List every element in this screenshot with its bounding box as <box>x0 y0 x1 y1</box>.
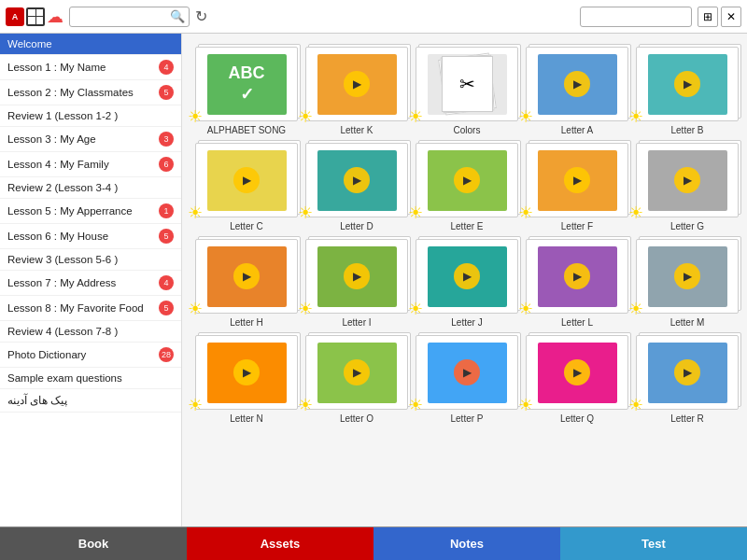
sidebar-item-8[interactable]: Lesson 6 : My House5 <box>0 224 181 249</box>
content-item[interactable]: ▶☀Letter R <box>636 335 739 424</box>
content-item[interactable]: ▶☀Letter K <box>305 47 408 135</box>
grid-view-button[interactable]: ⊞ <box>698 7 718 27</box>
thumb-container: ▶ <box>526 239 628 314</box>
sidebar-item-5[interactable]: Lesson 4 : My Family6 <box>0 152 181 177</box>
content-item[interactable]: ▶☀Letter B <box>636 47 739 135</box>
view-toggle: ⊞ ✕ <box>698 7 741 27</box>
sun-badge: ☀ <box>408 395 423 415</box>
play-icon: ▶ <box>233 167 260 193</box>
play-icon: ▶ <box>454 167 480 193</box>
content-item[interactable]: ▶☀Letter D <box>305 143 408 231</box>
sidebar-item-0[interactable]: Welcome <box>0 34 181 55</box>
sidebar-item-label: Review 2 (Lesson 3-4 ) <box>7 182 118 193</box>
main-area: WelcomeLesson 1 : My Name4Lesson 2 : My … <box>0 34 747 526</box>
play-icon: ▶ <box>564 71 590 97</box>
content-item[interactable]: ▶☀Letter P <box>416 335 518 424</box>
item-label: Letter P <box>450 413 483 424</box>
bottom-tab-test[interactable]: Test <box>560 527 747 560</box>
content-item[interactable]: ▶☀Letter I <box>305 239 408 328</box>
sidebar-badge: 5 <box>159 85 174 100</box>
sidebar-item-3[interactable]: Review 1 (Lesson 1-2 ) <box>0 105 181 127</box>
grid-icon[interactable] <box>26 7 45 26</box>
sidebar-item-14[interactable]: Sample exam questions <box>0 368 181 389</box>
content-item[interactable]: ▶☀Letter N <box>195 335 298 424</box>
content-item[interactable]: ▶☀Letter E <box>416 143 518 231</box>
bottom-tab-book[interactable]: Book <box>0 527 187 560</box>
refresh-button[interactable]: ↻ <box>195 7 207 25</box>
content-item[interactable]: ▶☀Letter O <box>305 335 408 424</box>
sun-badge: ☀ <box>298 203 313 223</box>
item-label: Letter M <box>670 317 705 328</box>
thumb-container: ▶ <box>526 47 628 121</box>
sidebar-item-9[interactable]: Review 3 (Lesson 5-6 ) <box>0 249 181 271</box>
item-label: Letter J <box>451 317 482 328</box>
content-item[interactable]: ABC✓☀ALPHABET SONG <box>195 47 298 135</box>
thumb-container: ▶ <box>305 143 408 217</box>
sidebar-badge: 6 <box>159 157 174 172</box>
sun-badge: ☀ <box>188 203 203 223</box>
sun-badge: ☀ <box>408 203 423 223</box>
thumb-container: ▶ <box>305 335 408 410</box>
sidebar-item-13[interactable]: Photo Dictionary28 <box>0 343 181 368</box>
sidebar-item-label: Lesson 6 : My House <box>7 231 108 242</box>
play-icon: ▶ <box>344 263 370 289</box>
play-icon: ▶ <box>454 359 480 385</box>
content-item[interactable]: ▶☀Letter A <box>526 47 628 135</box>
play-icon: ▶ <box>344 359 370 385</box>
sidebar-badge: 4 <box>159 60 174 75</box>
sidebar-item-label: Lesson 2 : My Classmates <box>7 87 134 98</box>
search-box[interactable]: 🔍 <box>69 7 190 27</box>
sidebar-badge: 5 <box>159 229 174 244</box>
content-item[interactable]: ✂☀Colors <box>416 47 518 135</box>
search-input[interactable] <box>74 11 167 22</box>
item-label: ALPHABET SONG <box>207 125 286 135</box>
search-icon[interactable]: 🔍 <box>170 9 185 23</box>
sidebar-item-7[interactable]: Lesson 5 : My Apperrance1 <box>0 199 181 224</box>
sidebar-item-1[interactable]: Lesson 1 : My Name4 <box>0 55 181 80</box>
item-label: Letter I <box>342 317 371 328</box>
sidebar-item-15[interactable]: پیک های آدینه <box>0 389 181 413</box>
thumb-container: ▶ <box>636 239 739 314</box>
bottom-tab-assets[interactable]: Assets <box>187 527 374 560</box>
play-icon: ▶ <box>233 359 260 385</box>
bottom-tab-notes[interactable]: Notes <box>374 527 560 560</box>
thumb-container: ▶ <box>195 335 298 410</box>
content-item[interactable]: ▶☀Letter J <box>416 239 518 328</box>
content-item[interactable]: ▶☀Letter H <box>195 239 298 328</box>
thumb-container: ▶ <box>526 143 628 217</box>
sidebar-item-label: Review 4 (Lesson 7-8 ) <box>7 326 118 337</box>
item-label: Letter A <box>561 125 593 135</box>
content-item[interactable]: ▶☀Letter L <box>526 239 628 328</box>
content-item[interactable]: ▶☀Letter F <box>526 143 628 231</box>
content-item[interactable]: ▶☀Letter M <box>636 239 739 328</box>
content-grid: ABC✓☀ALPHABET SONG▶☀Letter K✂☀Colors▶☀Le… <box>191 43 738 427</box>
content-item[interactable]: ▶☀Letter C <box>195 143 298 231</box>
close-button[interactable]: ✕ <box>721 7 741 27</box>
content-item[interactable]: ▶☀Letter G <box>636 143 739 231</box>
topbar: A ☁ 🔍 ↻ ⊞ ✕ <box>0 0 747 34</box>
item-label: Letter F <box>561 221 593 231</box>
sun-badge: ☀ <box>298 299 313 319</box>
sidebar-item-12[interactable]: Review 4 (Lesson 7-8 ) <box>0 321 181 343</box>
sidebar-item-10[interactable]: Lesson 7 : My Address4 <box>0 271 181 296</box>
sidebar-item-label: Photo Dictionary <box>7 349 86 360</box>
sun-badge: ☀ <box>518 299 533 319</box>
play-icon: ▶ <box>454 263 480 289</box>
sidebar-item-2[interactable]: Lesson 2 : My Classmates5 <box>0 80 181 105</box>
item-label: Letter C <box>230 221 263 231</box>
item-label: Letter L <box>561 317 593 328</box>
thumb-container: ▶ <box>416 143 518 217</box>
play-icon: ▶ <box>233 263 260 289</box>
sidebar-item-label: Lesson 5 : My Apperrance <box>7 205 133 217</box>
sidebar-item-6[interactable]: Review 2 (Lesson 3-4 ) <box>0 177 181 199</box>
language-selector[interactable] <box>580 7 692 27</box>
thumb-container: ABC✓ <box>195 47 298 121</box>
sun-badge: ☀ <box>408 106 423 127</box>
cloud-icon: ☁ <box>47 7 63 27</box>
play-icon: ▶ <box>674 263 700 289</box>
sidebar-item-4[interactable]: Lesson 3 : My Age3 <box>0 127 181 152</box>
sidebar-item-11[interactable]: Lesson 8 : My Favorite Food5 <box>0 296 181 321</box>
sidebar-item-label: Welcome <box>7 38 52 49</box>
content-item[interactable]: ▶☀Letter Q <box>526 335 628 424</box>
item-label: Letter B <box>670 125 703 135</box>
